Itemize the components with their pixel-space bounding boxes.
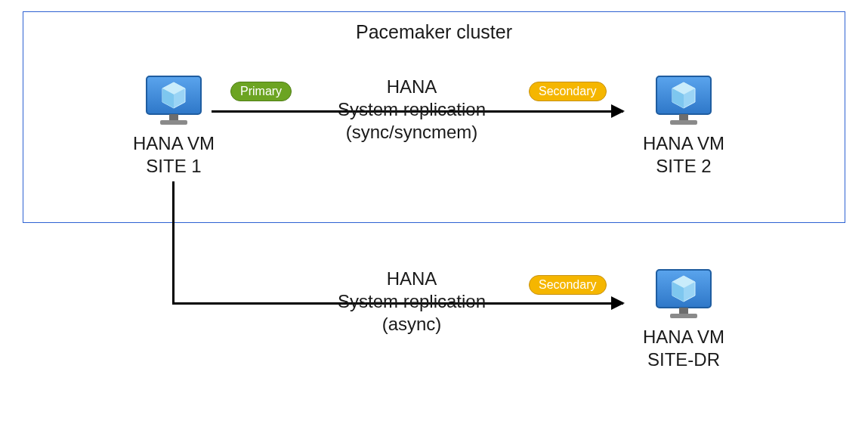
vm-site2-name: HANA VM [642,132,725,155]
vm-dr-site: SITE-DR [642,348,725,371]
primary-badge: Primary [230,82,292,101]
vm-site1-name: HANA VM [132,132,215,155]
vm-dr-name: HANA VM [642,326,725,348]
vm-site2-site: SITE 2 [642,155,725,178]
vm-icon [653,267,714,320]
vm-icon [144,73,204,126]
arrow-down-from-site1 [172,181,175,305]
replication-label-sync: HANA System replication (sync/syncmem) [298,76,525,144]
vm-site1: HANA VM SITE 1 [132,73,215,178]
secondary-badge-site2: Secondary [529,82,607,101]
replication-label-async: HANA System replication (async) [298,268,525,336]
vm-site-dr: HANA VM SITE-DR [642,267,725,371]
diagram-canvas: Pacemaker cluster HANA VM SITE 1 HANA VM… [0,0,868,421]
vm-icon [653,73,714,126]
cluster-title: Pacemaker cluster [0,21,868,43]
vm-site2: HANA VM SITE 2 [642,73,725,178]
vm-site1-site: SITE 1 [132,155,215,178]
secondary-badge-dr: Secondary [529,275,607,295]
